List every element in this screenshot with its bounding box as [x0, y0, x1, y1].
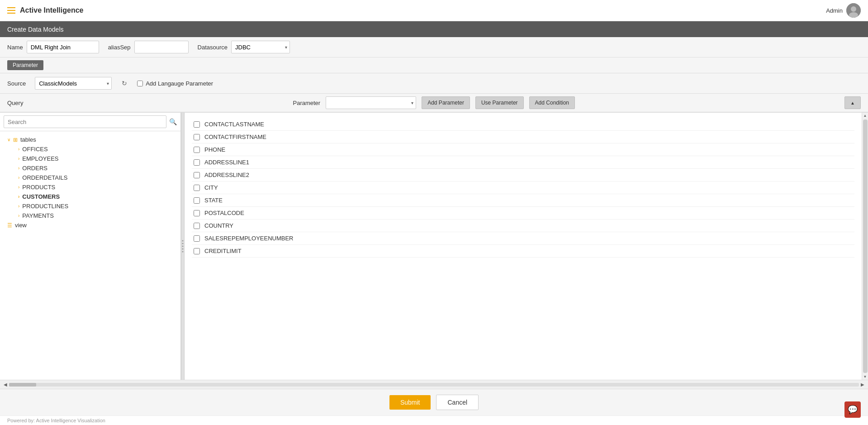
source-label: Source [7, 80, 26, 87]
tree-item-employees[interactable]: › EMPLOYEES [0, 154, 180, 163]
parameter-tab[interactable]: Parameter [7, 60, 43, 70]
tree-item-productlines[interactable]: › PRODUCTLINES [0, 201, 180, 211]
source-row: Source ClassicModels Northwind Adventure… [0, 73, 868, 94]
source-select[interactable]: ClassicModels Northwind AdventureWorks [35, 77, 112, 90]
alias-field: aliasSep [108, 41, 189, 53]
productlines-expand-icon: › [18, 204, 19, 209]
view-icon: ☰ [7, 222, 12, 229]
field-checkbox-contactfirstname[interactable] [194, 134, 200, 140]
right-panel: CONTACTLASTNAME CONTACTFIRSTNAME PHONE A… [185, 113, 862, 380]
field-checkbox-addressline2[interactable] [194, 172, 200, 178]
add-language-param-checkbox[interactable] [137, 81, 143, 86]
field-item-creditlimit: CREDITLIMIT [192, 245, 854, 258]
table-icon: ⊞ [13, 137, 18, 143]
field-checkbox-contactlastname[interactable] [194, 121, 200, 128]
field-item-phone: PHONE [192, 143, 854, 156]
orders-expand-icon: › [18, 166, 19, 171]
footer-text: Powered by: Active Intelligence Visualiz… [7, 418, 105, 423]
field-checkbox-creditlimit[interactable] [194, 248, 200, 254]
alias-input[interactable] [134, 41, 189, 53]
use-parameter-button[interactable]: Use Parameter [475, 96, 524, 109]
tree-item-payments-label: PAYMENTS [22, 212, 54, 219]
products-expand-icon: › [18, 185, 19, 190]
hamburger-menu[interactable] [7, 7, 15, 14]
field-item-addressline1: ADDRESSLINE1 [192, 156, 854, 169]
tree-item-view-label: view [15, 222, 27, 229]
tree-item-orders[interactable]: › ORDERS [0, 163, 180, 173]
field-checkbox-country[interactable] [194, 223, 200, 229]
field-list: CONTACTLASTNAME CONTACTFIRSTNAME PHONE A… [185, 116, 862, 259]
field-label-country: COUNTRY [204, 222, 233, 229]
tree-item-products-label: PRODUCTS [22, 184, 55, 191]
field-checkbox-phone[interactable] [194, 147, 200, 153]
left-panel: 🔍 ∨ ⊞ tables › OFFICES › EMPLOYEES [0, 113, 181, 380]
name-input[interactable] [27, 41, 99, 53]
tree-item-offices[interactable]: › OFFICES [0, 144, 180, 154]
svg-point-1 [851, 6, 856, 12]
field-checkbox-city[interactable] [194, 185, 200, 191]
scroll-thumb[interactable] [863, 119, 868, 373]
field-label-creditlimit: CREDITLIMIT [204, 248, 242, 254]
cancel-button[interactable]: Cancel [436, 395, 479, 410]
field-item-addressline2: ADDRESSLINE2 [192, 169, 854, 181]
param-select[interactable] [326, 96, 416, 109]
scroll-left-button[interactable]: ◀ [4, 382, 7, 387]
add-language-param-label[interactable]: Add Langauge Parameter [137, 80, 213, 87]
field-checkbox-postalcode[interactable] [194, 210, 200, 216]
hscroll-track [9, 383, 859, 387]
query-label: Query [7, 100, 23, 106]
action-bar: Submit Cancel [0, 389, 868, 415]
field-item-state: STATE [192, 194, 854, 207]
datasource-select-wrapper: JDBC MySQL PostgreSQL [231, 41, 290, 53]
tree-item-payments[interactable]: › PAYMENTS [0, 211, 180, 220]
field-label-contactlastname: CONTACTLASTNAME [204, 121, 264, 128]
add-parameter-button[interactable]: Add Parameter [422, 96, 470, 109]
header-left: Active Intelligence [7, 6, 84, 14]
query-row: Query Parameter Add Parameter Use Parame… [0, 94, 868, 112]
scroll-down-button[interactable]: ▼ [863, 375, 867, 379]
field-checkbox-salesrepemployeenumber[interactable] [194, 235, 200, 242]
form-row: Name aliasSep Datasource JDBC MySQL Post… [0, 37, 868, 57]
footer: Powered by: Active Intelligence Visualiz… [0, 415, 868, 425]
page-title-bar: Create Data Models [0, 21, 868, 37]
vertical-scrollbar[interactable]: ▲ ▼ [862, 113, 868, 380]
tree-item-products[interactable]: › PRODUCTS [0, 182, 180, 192]
name-label: Name [7, 44, 23, 51]
tree-item-customers[interactable]: › CUSTOMERS [0, 192, 180, 201]
search-box: 🔍 [0, 113, 180, 131]
chat-icon-button[interactable]: 💬 [844, 401, 861, 418]
param-tab-bar: Parameter [0, 57, 868, 73]
content-wrapper: Create Data Models Name aliasSep Datasou… [0, 21, 868, 425]
submit-button[interactable]: Submit [389, 395, 431, 410]
employees-expand-icon: › [18, 156, 19, 161]
param-select-wrapper [326, 96, 416, 109]
field-item-country: COUNTRY [192, 220, 854, 232]
field-label-postalcode: POSTALCODE [204, 210, 244, 216]
svg-point-2 [849, 12, 858, 18]
field-checkbox-addressline1[interactable] [194, 159, 200, 166]
field-label-salesrepemployeenumber: SALESREPEMPLOYEENUMBER [204, 235, 294, 242]
tree-item-view[interactable]: ☰ view [0, 220, 180, 230]
add-condition-button[interactable]: Add Condition [529, 96, 575, 109]
admin-label: Admin [826, 7, 843, 14]
search-input[interactable] [4, 115, 166, 128]
tree-item-orderdetails[interactable]: › ORDERDETAILS [0, 173, 180, 182]
field-label-city: CITY [204, 184, 218, 191]
datasource-field: Datasource JDBC MySQL PostgreSQL [198, 41, 290, 53]
avatar[interactable] [846, 3, 861, 18]
hscroll-thumb[interactable] [9, 383, 36, 387]
source-select-wrapper: ClassicModels Northwind AdventureWorks [35, 77, 112, 90]
add-language-param-text: Add Langauge Parameter [146, 80, 213, 87]
scroll-up-button[interactable]: ▲ [863, 114, 867, 118]
horizontal-scrollbar: ◀ ▶ [0, 380, 868, 389]
field-item-contactlastname: CONTACTLASTNAME [192, 118, 854, 131]
vscroll-up-query[interactable]: ▲ [844, 96, 861, 109]
scroll-right-button[interactable]: ▶ [861, 382, 864, 387]
search-button[interactable]: 🔍 [169, 118, 177, 125]
field-checkbox-state[interactable] [194, 197, 200, 204]
refresh-button[interactable]: ↻ [121, 79, 128, 88]
divider-handle[interactable] [181, 113, 185, 380]
datasource-select[interactable]: JDBC MySQL PostgreSQL [231, 41, 290, 53]
tree-item-offices-label: OFFICES [22, 146, 47, 153]
tree-root-tables[interactable]: ∨ ⊞ tables [0, 135, 180, 144]
